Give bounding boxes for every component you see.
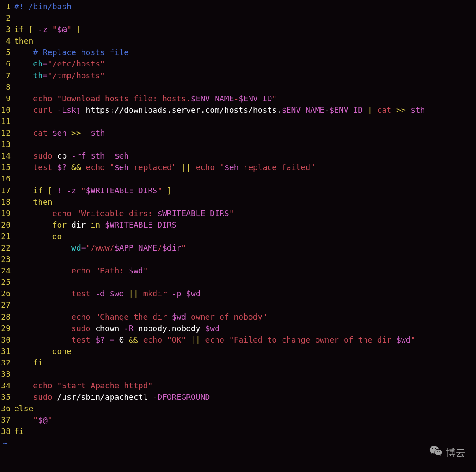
- code-content[interactable]: test $? = 0 && echo "OK" || echo "Failed…: [14, 334, 476, 346]
- code-content[interactable]: sudo /usr/sbin/apachectl -DFOREGROUND: [14, 391, 476, 403]
- code-content[interactable]: then: [14, 35, 476, 47]
- code-line[interactable]: 5 # Replace hosts file: [0, 47, 476, 58]
- code-token: "/tmp/hosts": [48, 71, 105, 80]
- code-content[interactable]: [14, 116, 476, 127]
- code-content[interactable]: do: [14, 231, 476, 242]
- code-content[interactable]: #! /bin/bash: [14, 1, 476, 12]
- code-content[interactable]: [14, 81, 476, 93]
- code-line[interactable]: 31 done: [0, 346, 476, 357]
- code-line[interactable]: 13: [0, 139, 476, 150]
- code-token: nobody.nobody: [134, 324, 205, 333]
- code-line[interactable]: 18 then: [0, 196, 476, 208]
- code-content[interactable]: else: [14, 403, 476, 414]
- code-content[interactable]: sudo chown -R nobody.nobody $wd: [14, 323, 476, 334]
- code-content[interactable]: fi: [14, 426, 476, 437]
- code-token: -z: [38, 25, 48, 34]
- code-token: [14, 220, 52, 229]
- code-content[interactable]: [14, 369, 476, 380]
- code-content[interactable]: fi: [14, 357, 476, 369]
- code-line[interactable]: 19 echo "Writeable dirs: $WRITEABLE_DIRS…: [0, 208, 476, 219]
- code-content[interactable]: if [ ! -z "$WRITEABLE_DIRS" ]: [14, 185, 476, 196]
- code-content[interactable]: echo "Download hosts file: hosts.$ENV_NA…: [14, 93, 476, 104]
- code-token: =: [81, 243, 86, 252]
- code-line[interactable]: 2: [0, 12, 476, 24]
- code-token: ": [52, 25, 57, 34]
- code-line[interactable]: 4then: [0, 35, 476, 47]
- code-token: fi: [33, 358, 43, 367]
- code-editor[interactable]: 1#! /bin/bash23if [ -z "$@" ]4then5 # Re…: [0, 1, 476, 438]
- code-line[interactable]: 10 curl -Lskj https://downloads.server.c…: [0, 104, 476, 116]
- code-line[interactable]: 8: [0, 81, 476, 93]
- code-line[interactable]: 9 echo "Download hosts file: hosts.$ENV_…: [0, 93, 476, 104]
- code-line[interactable]: 38fi: [0, 426, 476, 437]
- code-content[interactable]: test -d $wd || mkdir -p $wd: [14, 288, 476, 299]
- code-token: # Replace hosts file: [33, 48, 129, 57]
- code-token: ": [110, 162, 115, 172]
- code-content[interactable]: [14, 254, 476, 265]
- code-token: replace failed": [239, 162, 315, 172]
- code-line[interactable]: 21 do: [0, 231, 476, 242]
- code-content[interactable]: eh="/etc/hosts": [14, 58, 476, 70]
- line-number: 12: [0, 127, 14, 139]
- code-line[interactable]: 37 "$@": [0, 414, 476, 426]
- code-content[interactable]: wd="/www/$APP_NAME/$dir": [14, 242, 476, 254]
- code-line[interactable]: 28 echo "Change the dir $wd owner of nob…: [0, 311, 476, 323]
- code-content[interactable]: [14, 299, 476, 311]
- code-content[interactable]: if [ -z "$@" ]: [14, 24, 476, 35]
- line-number: 27: [0, 299, 14, 311]
- code-content[interactable]: test $? && echo "$eh replaced" || echo "…: [14, 162, 476, 173]
- code-content[interactable]: done: [14, 346, 476, 357]
- code-content[interactable]: sudo cp -rf $th $eh: [14, 150, 476, 162]
- code-content[interactable]: "$@": [14, 414, 476, 426]
- code-content[interactable]: echo "Path: $wd": [14, 265, 476, 277]
- code-token: in: [90, 220, 100, 229]
- code-token: &&: [71, 162, 81, 172]
- code-token: [71, 25, 76, 34]
- code-content[interactable]: echo "Start Apache httpd": [14, 380, 476, 391]
- code-content[interactable]: [14, 12, 476, 24]
- code-line[interactable]: 11: [0, 116, 476, 127]
- code-line[interactable]: 32 fi: [0, 357, 476, 369]
- code-line[interactable]: 17 if [ ! -z "$WRITEABLE_DIRS" ]: [0, 185, 476, 196]
- code-line[interactable]: 29 sudo chown -R nobody.nobody $wd: [0, 323, 476, 334]
- code-content[interactable]: [14, 277, 476, 288]
- code-token: dir: [67, 220, 90, 229]
- code-line[interactable]: 14 sudo cp -rf $th $eh: [0, 150, 476, 162]
- code-token: $ENV_NAME: [191, 94, 234, 103]
- code-token: $?: [57, 162, 67, 172]
- code-line[interactable]: 20 for dir in $WRITEABLE_DIRS: [0, 219, 476, 231]
- code-line[interactable]: 25: [0, 277, 476, 288]
- code-token: cat: [377, 105, 392, 114]
- code-line[interactable]: 1#! /bin/bash: [0, 1, 476, 12]
- code-content[interactable]: echo "Writeable dirs: $WRITEABLE_DIRS": [14, 208, 476, 219]
- code-content[interactable]: [14, 139, 476, 150]
- code-token: $eh: [115, 162, 129, 172]
- code-line[interactable]: 34 echo "Start Apache httpd": [0, 380, 476, 391]
- line-number: 10: [0, 104, 14, 116]
- code-line[interactable]: 12 cat $eh >> $th: [0, 127, 476, 139]
- code-line[interactable]: 30 test $? = 0 && echo "OK" || echo "Fai…: [0, 334, 476, 346]
- code-content[interactable]: curl -Lskj https://downloads.server.com/…: [14, 104, 476, 116]
- code-content[interactable]: for dir in $WRITEABLE_DIRS: [14, 219, 476, 231]
- code-line[interactable]: 3if [ -z "$@" ]: [0, 24, 476, 35]
- code-content[interactable]: cat $eh >> $th: [14, 127, 476, 139]
- code-token: [100, 220, 105, 229]
- code-token: ": [33, 415, 38, 424]
- code-line[interactable]: 36else: [0, 403, 476, 414]
- code-content[interactable]: [14, 173, 476, 184]
- code-line[interactable]: 35 sudo /usr/sbin/apachectl -DFOREGROUND: [0, 391, 476, 403]
- code-line[interactable]: 16: [0, 173, 476, 184]
- code-content[interactable]: echo "Change the dir $wd owner of nobody…: [14, 311, 476, 323]
- code-line[interactable]: 23: [0, 254, 476, 265]
- code-line[interactable]: 22 wd="/www/$APP_NAME/$dir": [0, 242, 476, 254]
- code-content[interactable]: # Replace hosts file: [14, 47, 476, 58]
- code-content[interactable]: th="/tmp/hosts": [14, 70, 476, 81]
- code-line[interactable]: 6 eh="/etc/hosts": [0, 58, 476, 70]
- code-line[interactable]: 7 th="/tmp/hosts": [0, 70, 476, 81]
- code-line[interactable]: 27: [0, 299, 476, 311]
- code-line[interactable]: 15 test $? && echo "$eh replaced" || ech…: [0, 162, 476, 173]
- code-line[interactable]: 26 test -d $wd || mkdir -p $wd: [0, 288, 476, 299]
- code-content[interactable]: then: [14, 196, 476, 208]
- code-line[interactable]: 33: [0, 369, 476, 380]
- code-line[interactable]: 24 echo "Path: $wd": [0, 265, 476, 277]
